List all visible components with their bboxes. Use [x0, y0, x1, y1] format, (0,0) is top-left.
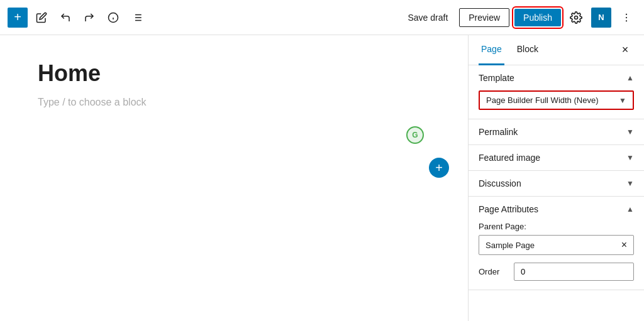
- grammarly-icon: G: [406, 126, 424, 144]
- neve-icon: N: [598, 13, 604, 22]
- plus-icon: +: [14, 10, 21, 24]
- add-block-button[interactable]: +: [8, 8, 28, 28]
- gear-icon: [570, 11, 582, 24]
- list-icon: [131, 12, 143, 23]
- main-area: Home Type / to choose a block G + Page B…: [0, 35, 644, 321]
- pencil-icon: [36, 12, 47, 23]
- edit-mode-button[interactable]: [31, 8, 52, 28]
- chevron-up-icon: ▲: [626, 73, 634, 82]
- editor-area[interactable]: Home Type / to choose a block G +: [0, 35, 468, 321]
- panel-page-attributes-label: Page Attributes: [479, 204, 538, 214]
- toolbar: +: [0, 0, 644, 35]
- sidebar: Page Block × Template ▲ Page Builder Ful…: [468, 35, 644, 321]
- panel-page-attributes: Page Attributes ▲ Parent Page: Sample Pa…: [469, 197, 644, 290]
- panel-discussion-label: Discussion: [479, 178, 521, 188]
- svg-point-9: [575, 16, 578, 19]
- redo-icon: [84, 12, 95, 23]
- panel-template-content: Page Builder Full Width (Neve) ▼: [469, 90, 644, 119]
- svg-point-12: [626, 20, 627, 21]
- more-options-button[interactable]: [616, 8, 636, 28]
- panel-featured-image-header[interactable]: Featured image ▼: [469, 145, 644, 170]
- panel-page-attributes-header[interactable]: Page Attributes ▲: [469, 197, 644, 222]
- parent-page-input[interactable]: Sample Page ×: [479, 235, 634, 255]
- preview-button[interactable]: Preview: [459, 8, 509, 27]
- panel-featured-image-label: Featured image: [479, 153, 540, 163]
- panel-discussion: Discussion ▼: [469, 171, 644, 197]
- chevron-down-icon-3: ▼: [626, 179, 634, 188]
- neve-button[interactable]: N: [591, 8, 611, 28]
- redo-button[interactable]: [79, 8, 99, 28]
- block-placeholder[interactable]: Type / to choose a block: [38, 97, 430, 108]
- more-vertical-icon: [621, 12, 632, 23]
- template-dropdown[interactable]: Page Builder Full Width (Neve) ▼: [479, 90, 634, 110]
- tab-block[interactable]: Block: [514, 35, 541, 65]
- list-view-button[interactable]: [127, 8, 147, 28]
- panel-permalink-label: Permalink: [479, 127, 518, 137]
- svg-point-10: [626, 13, 627, 14]
- save-draft-button[interactable]: Save draft: [401, 9, 454, 26]
- order-label: Order: [479, 267, 504, 276]
- chevron-down-icon-2: ▼: [626, 153, 634, 162]
- panel-featured-image: Featured image ▼: [469, 145, 644, 171]
- panel-permalink-header[interactable]: Permalink ▼: [469, 119, 644, 144]
- info-button[interactable]: [103, 8, 123, 28]
- panel-discussion-header[interactable]: Discussion ▼: [469, 171, 644, 196]
- add-block-floating-button[interactable]: +: [429, 158, 449, 178]
- panel-permalink: Permalink ▼: [469, 119, 644, 145]
- tab-page[interactable]: Page: [479, 35, 504, 65]
- order-input[interactable]: [514, 263, 634, 281]
- toolbar-left: +: [8, 8, 401, 28]
- page-title: Home: [38, 60, 430, 87]
- settings-button[interactable]: [566, 8, 586, 28]
- sidebar-header: Page Block ×: [469, 35, 644, 65]
- undo-icon: [60, 12, 71, 23]
- order-row: Order: [479, 263, 634, 281]
- dropdown-chevron-icon: ▼: [619, 96, 626, 105]
- undo-button[interactable]: [55, 8, 75, 28]
- panel-template-label: Template: [479, 73, 514, 83]
- toolbar-right: Save draft Preview Publish N: [401, 8, 636, 28]
- info-icon: [108, 12, 119, 23]
- template-value: Page Builder Full Width (Neve): [486, 95, 598, 105]
- panel-template-header[interactable]: Template ▲: [469, 65, 644, 90]
- chevron-down-icon: ▼: [626, 128, 634, 136]
- panel-template: Template ▲ Page Builder Full Width (Neve…: [469, 65, 644, 119]
- publish-button[interactable]: Publish: [514, 9, 561, 26]
- parent-page-label: Parent Page:: [479, 222, 634, 231]
- sidebar-close-button[interactable]: ×: [616, 41, 634, 59]
- parent-page-value: Sample Page: [486, 241, 535, 250]
- chevron-up-icon-2: ▲: [626, 205, 634, 214]
- parent-page-clear-button[interactable]: ×: [621, 239, 627, 251]
- panel-page-attributes-content: Parent Page: Sample Page × Order: [469, 222, 644, 290]
- svg-point-11: [626, 16, 627, 18]
